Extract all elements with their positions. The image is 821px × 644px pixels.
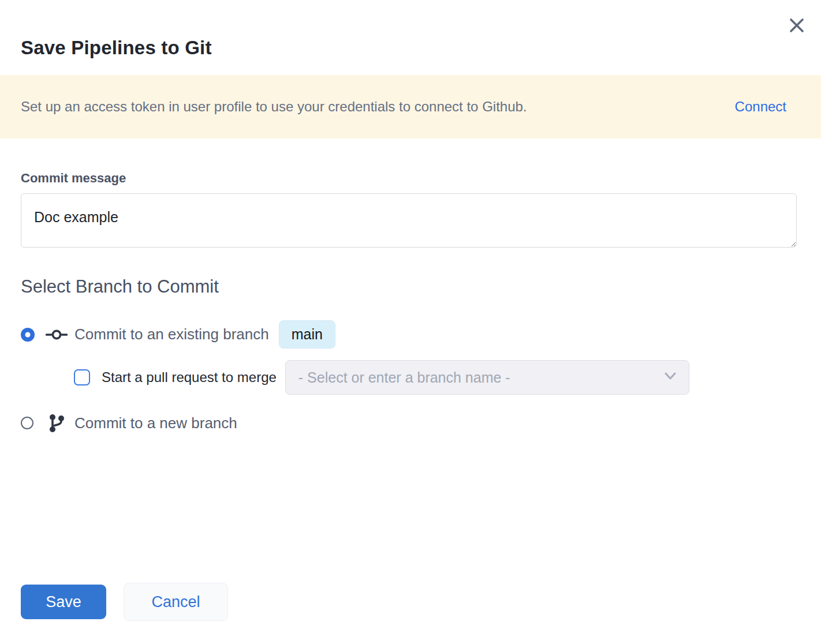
close-button[interactable] [786, 16, 807, 37]
new-branch-radio[interactable] [21, 417, 33, 429]
page-title: Save Pipelines to Git [0, 0, 821, 59]
existing-branch-label: Commit to an existing branch [74, 325, 269, 343]
commit-message-label: Commit message [21, 171, 797, 186]
new-branch-option: Commit to a new branch [21, 413, 797, 433]
existing-branch-option: Commit to an existing branch main [21, 320, 797, 349]
branch-badge[interactable]: main [279, 320, 335, 349]
pull-request-label: Start a pull request to merge [102, 369, 277, 385]
git-commit-icon [46, 325, 68, 345]
footer: Save Cancel [21, 583, 228, 621]
pull-request-checkbox[interactable] [74, 369, 90, 385]
existing-branch-radio[interactable] [21, 328, 35, 342]
pull-request-row: Start a pull request to merge - Select o… [74, 360, 797, 395]
new-branch-label: Commit to a new branch [74, 414, 237, 432]
save-button[interactable]: Save [21, 585, 106, 619]
access-token-banner: Set up an access token in user profile t… [0, 75, 821, 138]
chevron-down-icon [663, 372, 677, 383]
cancel-button[interactable]: Cancel [124, 583, 228, 621]
branch-select-dropdown[interactable]: - Select or enter a branch name - [285, 360, 689, 395]
select-branch-heading: Select Branch to Commit [21, 276, 797, 297]
banner-message: Set up an access token in user profile t… [21, 99, 527, 115]
git-branch-icon [46, 413, 68, 433]
close-icon [788, 17, 805, 36]
branch-select-placeholder: - Select or enter a branch name - [298, 369, 510, 386]
connect-link[interactable]: Connect [735, 99, 786, 115]
commit-message-input[interactable]: Doc example [21, 193, 797, 248]
